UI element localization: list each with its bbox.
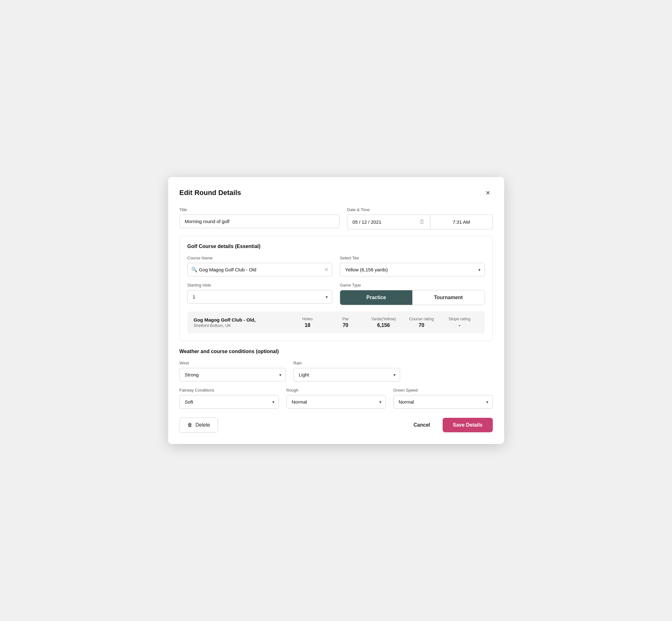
time-field[interactable]: 7:31 AM xyxy=(430,215,493,230)
rain-group: Rain Light None Heavy ▾ xyxy=(293,361,400,381)
wind-group: Wind Strong Light None ▾ xyxy=(179,361,286,381)
rain-select[interactable]: Light None Heavy xyxy=(293,368,400,381)
delete-button[interactable]: 🗑 Delete xyxy=(179,417,218,432)
fairway-select-wrap: Soft Normal Hard ▾ xyxy=(179,395,279,409)
practice-button[interactable]: Practice xyxy=(340,290,412,305)
starting-hole-select[interactable]: 1 xyxy=(187,290,333,303)
course-stat-slope: Slope rating - xyxy=(440,317,478,328)
wind-label: Wind xyxy=(179,361,286,365)
search-icon: 🔍 xyxy=(191,266,198,273)
course-search-wrap: 🔍 ✕ xyxy=(187,263,333,277)
date-field[interactable]: 05 / 12 / 2021 🗓 xyxy=(347,215,430,230)
footer-right: Cancel Save Details xyxy=(407,418,493,432)
par-label: Par xyxy=(327,317,365,321)
title-group: Title xyxy=(179,207,340,230)
title-datetime-row: Title Date & Time 05 / 12 / 2021 🗓 7:31 … xyxy=(179,207,493,230)
datetime-label: Date & Time xyxy=(347,207,493,212)
slope-rating-value: - xyxy=(440,323,478,328)
yards-value: 6,156 xyxy=(365,323,402,328)
footer-row: 🗑 Delete Cancel Save Details xyxy=(179,417,493,432)
wind-select-wrap: Strong Light None ▾ xyxy=(179,368,286,381)
holes-label: Holes xyxy=(289,317,327,321)
time-value: 7:31 AM xyxy=(453,219,470,225)
title-label: Title xyxy=(179,207,340,212)
game-type-group: Game Type Practice Tournament xyxy=(340,283,485,305)
date-value: 05 / 12 / 2021 xyxy=(352,219,381,225)
rough-select-wrap: Normal Long Short ▾ xyxy=(287,395,386,409)
green-speed-label: Green Speed xyxy=(393,388,493,392)
game-type-label: Game Type xyxy=(340,283,485,287)
green-speed-select[interactable]: Normal Fast Slow xyxy=(393,395,493,409)
tournament-button[interactable]: Tournament xyxy=(412,290,485,305)
game-type-toggle: Practice Tournament xyxy=(340,290,485,305)
green-speed-select-wrap: Normal Fast Slow ▾ xyxy=(393,395,493,409)
rain-select-wrap: Light None Heavy ▾ xyxy=(293,368,400,381)
green-speed-group: Green Speed Normal Fast Slow ▾ xyxy=(393,388,493,409)
wind-rain-row: Wind Strong Light None ▾ Rain Light None xyxy=(179,361,493,381)
cancel-button[interactable]: Cancel xyxy=(407,418,436,432)
tee-select[interactable]: Yellow (6,156 yards) xyxy=(340,263,485,277)
golf-course-section: Golf Course details (Essential) Course N… xyxy=(179,236,493,341)
par-value: 70 xyxy=(327,323,365,328)
rain-label: Rain xyxy=(293,361,400,365)
wind-select[interactable]: Strong Light None xyxy=(179,368,286,381)
trash-icon: 🗑 xyxy=(187,422,193,428)
course-rating-label: Course rating xyxy=(403,317,440,321)
fairway-group: Fairway Conditions Soft Normal Hard ▾ xyxy=(179,388,279,409)
edit-round-modal: Edit Round Details × Title Date & Time 0… xyxy=(168,177,504,444)
golf-section-title: Golf Course details (Essential) xyxy=(187,244,485,249)
course-name-label: Course Name xyxy=(187,256,333,260)
hole-select-wrap: 1 ▾ xyxy=(187,290,333,303)
hole-gametype-row: Starting Hole 1 ▾ Game Type Practice Tou… xyxy=(187,283,485,305)
save-button[interactable]: Save Details xyxy=(443,418,493,432)
select-tee-label: Select Tee xyxy=(340,256,485,260)
select-tee-group: Select Tee Yellow (6,156 yards) ▾ xyxy=(340,256,485,277)
fairway-select[interactable]: Soft Normal Hard xyxy=(179,395,279,409)
yards-label: Yards(Yellow) xyxy=(365,317,402,321)
course-rating-value: 70 xyxy=(403,323,440,328)
course-info-bar: Gog Magog Golf Club - Old, Shelford Bott… xyxy=(187,312,485,333)
course-stat-holes: Holes 18 xyxy=(289,317,327,328)
rough-label: Rough xyxy=(287,388,386,392)
slope-rating-label: Slope rating xyxy=(440,317,478,321)
calendar-icon: 🗓 xyxy=(419,219,425,225)
modal-header: Edit Round Details × xyxy=(179,187,493,199)
course-stat-par: Par 70 xyxy=(327,317,365,328)
rough-select[interactable]: Normal Long Short xyxy=(287,395,386,409)
fairway-rough-green-row: Fairway Conditions Soft Normal Hard ▾ Ro… xyxy=(179,388,493,409)
course-stat-rating: Course rating 70 xyxy=(403,317,440,328)
course-name-input[interactable] xyxy=(187,263,333,277)
weather-section: Weather and course conditions (optional)… xyxy=(179,349,493,409)
course-stat-yards: Yards(Yellow) 6,156 xyxy=(365,317,402,328)
course-name-group: Course Name 🔍 ✕ xyxy=(187,256,333,277)
date-time-group: 05 / 12 / 2021 🗓 7:31 AM xyxy=(347,215,493,230)
title-input[interactable] xyxy=(179,215,340,228)
starting-hole-group: Starting Hole 1 ▾ xyxy=(187,283,333,305)
course-info-name-text: Gog Magog Golf Club - Old, xyxy=(194,317,289,323)
tee-select-wrap: Yellow (6,156 yards) ▾ xyxy=(340,263,485,277)
starting-hole-label: Starting Hole xyxy=(187,283,333,287)
course-info-location: Shelford Bottom, UK xyxy=(194,323,289,328)
close-button[interactable]: × xyxy=(483,187,493,199)
datetime-group: Date & Time 05 / 12 / 2021 🗓 7:31 AM xyxy=(347,207,493,230)
course-tee-row: Course Name 🔍 ✕ Select Tee Yellow (6,156… xyxy=(187,256,485,277)
clear-icon[interactable]: ✕ xyxy=(324,266,328,273)
fairway-label: Fairway Conditions xyxy=(179,388,279,392)
course-info-name: Gog Magog Golf Club - Old, Shelford Bott… xyxy=(194,317,289,328)
rough-group: Rough Normal Long Short ▾ xyxy=(287,388,386,409)
holes-value: 18 xyxy=(289,323,327,328)
weather-section-title: Weather and course conditions (optional) xyxy=(179,349,493,355)
modal-title: Edit Round Details xyxy=(179,189,241,197)
delete-label: Delete xyxy=(196,422,210,428)
